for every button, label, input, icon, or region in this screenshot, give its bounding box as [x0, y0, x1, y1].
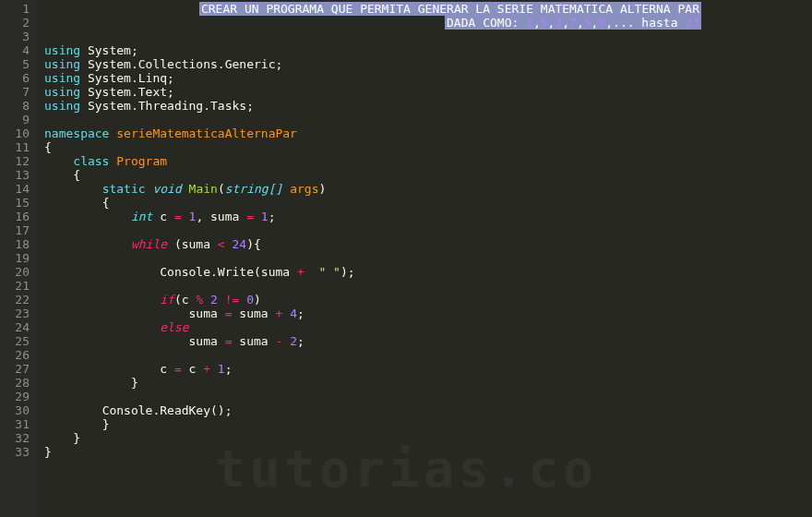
code-line: if(c % 2 != 0)	[37, 293, 812, 307]
line-number: 32	[4, 431, 30, 445]
line-number: 16	[4, 210, 30, 223]
code-line: namespace serieMatematicaAlternaPar	[37, 126, 812, 140]
code-line: static void Main(string[] args)	[37, 182, 812, 196]
line-number: 2	[4, 16, 30, 30]
line-number: 23	[4, 307, 30, 320]
line-number: 18	[4, 237, 30, 251]
code-line: while (suma < 24){	[37, 237, 812, 251]
code-line: int c = 1, suma = 1;	[37, 210, 812, 223]
code-line: using System.Linq;	[37, 71, 812, 85]
line-number: 5	[4, 57, 30, 71]
line-number: 28	[4, 376, 30, 390]
line-number: 19	[4, 251, 30, 265]
line-number: 30	[4, 403, 30, 417]
line-number: 22	[4, 293, 30, 307]
line-number: 12	[4, 154, 30, 168]
code-line: }	[37, 431, 812, 445]
code-line: using System.Collections.Generic;	[37, 57, 812, 71]
code-line	[37, 251, 812, 265]
code-line: }	[37, 376, 812, 390]
comment-highlight: DADA COMO: 1,5,3,7,5,9,... hasta 23	[445, 16, 701, 30]
code-line: using System.Text;	[37, 85, 812, 99]
code-line	[37, 390, 812, 403]
line-number: 14	[4, 182, 30, 196]
line-number: 9	[4, 113, 30, 126]
code-line: {	[37, 140, 812, 154]
code-line	[37, 348, 812, 362]
line-number: 24	[4, 320, 30, 334]
code-editor: 1234567891011121314151617181920212223242…	[0, 0, 812, 517]
code-line: CREAR UN PROGRAMA QUE PERMITA GENERAR LA…	[37, 2, 812, 16]
code-line	[37, 113, 812, 126]
code-line: using System;	[37, 43, 812, 57]
line-number: 10	[4, 126, 30, 140]
code-line: Console.Write(suma + " ");	[37, 265, 812, 279]
line-number: 3	[4, 30, 30, 43]
line-number: 27	[4, 362, 30, 376]
line-number: 17	[4, 223, 30, 237]
line-number: 15	[4, 196, 30, 210]
code-line: {	[37, 196, 812, 210]
code-line: }	[37, 417, 812, 431]
code-line: suma = suma - 2;	[37, 334, 812, 348]
line-number: 31	[4, 417, 30, 431]
comment-highlight: CREAR UN PROGRAMA QUE PERMITA GENERAR LA…	[199, 2, 701, 16]
line-number: 29	[4, 390, 30, 403]
code-line	[37, 30, 812, 43]
code-line: class Program	[37, 154, 812, 168]
line-number: 8	[4, 99, 30, 113]
line-number: 11	[4, 140, 30, 154]
line-number: 25	[4, 334, 30, 348]
line-number: 6	[4, 71, 30, 85]
line-number-gutter: 1234567891011121314151617181920212223242…	[0, 0, 37, 517]
code-content[interactable]: CREAR UN PROGRAMA QUE PERMITA GENERAR LA…	[37, 0, 812, 517]
code-line: else	[37, 320, 812, 334]
code-line: suma = suma + 4;	[37, 307, 812, 320]
code-line	[37, 223, 812, 237]
line-number: 4	[4, 43, 30, 57]
code-line	[37, 279, 812, 293]
line-number: 21	[4, 279, 30, 293]
line-number: 33	[4, 445, 30, 459]
line-number: 20	[4, 265, 30, 279]
code-line: c = c + 1;	[37, 362, 812, 376]
line-number: 13	[4, 168, 30, 182]
code-line: {	[37, 168, 812, 182]
code-line: DADA COMO: 1,5,3,7,5,9,... hasta 23	[37, 16, 812, 30]
code-line: Console.ReadKey();	[37, 403, 812, 417]
line-number: 1	[4, 2, 30, 16]
code-line: }	[37, 445, 812, 459]
line-number: 26	[4, 348, 30, 362]
code-line: using System.Threading.Tasks;	[37, 99, 812, 113]
line-number: 7	[4, 85, 30, 99]
